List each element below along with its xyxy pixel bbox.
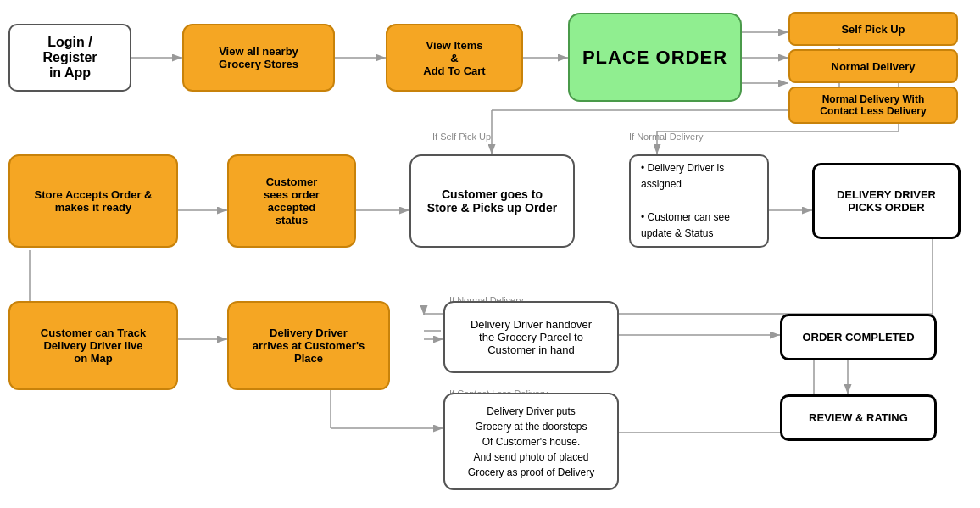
node-self-pickup: Self Pick Up xyxy=(788,12,958,46)
label-if-self-pickup: If Self Pick Up xyxy=(432,131,491,142)
node-customer-picks-up: Customer goes to Store & Picks up Order xyxy=(409,154,575,248)
order-completed-label: ORDER COMPLETED xyxy=(802,331,914,343)
node-handover: Delivery Driver handover the Grocery Par… xyxy=(443,301,619,373)
node-customer-track: Customer can Track Delivery Driver live … xyxy=(8,301,178,390)
flowchart: Login / Register in App View all nearby … xyxy=(0,0,980,508)
customer-track-label: Customer can Track Delivery Driver live … xyxy=(41,327,146,365)
node-delivery-driver-assigned: • Delivery Driver is assigned • Customer… xyxy=(629,154,769,248)
node-store-accepts: Store Accepts Order & makes it ready xyxy=(8,154,178,248)
node-view-items: View Items & Add To Cart xyxy=(386,24,523,92)
node-order-completed: ORDER COMPLETED xyxy=(780,314,937,360)
node-login: Login / Register in App xyxy=(8,24,131,92)
login-label: Login / Register in App xyxy=(42,35,97,81)
review-rating-label: REVIEW & RATING xyxy=(809,411,908,424)
nearby-stores-label: View all nearby Grocery Stores xyxy=(219,45,298,70)
driver-puts-doorstep-label: Delivery Driver puts Grocery at the door… xyxy=(468,404,594,480)
node-delivery-driver-picks: DELIVERY DRIVER PICKS ORDER xyxy=(812,163,961,239)
node-normal-delivery-contactless: Normal Delivery With Contact Less Delive… xyxy=(788,87,958,124)
label-if-normal-delivery-1: If Normal Delivery xyxy=(629,131,703,142)
normal-delivery-label: Normal Delivery xyxy=(832,60,916,73)
node-driver-arrives: Delivery Driver arrives at Customer's Pl… xyxy=(227,301,390,390)
delivery-driver-assigned-label: • Delivery Driver is assigned • Customer… xyxy=(641,160,730,242)
handover-label: Delivery Driver handover the Grocery Par… xyxy=(471,318,592,356)
self-pickup-label: Self Pick Up xyxy=(841,23,905,36)
customer-sees-status-label: Customer sees order accepted status xyxy=(264,176,320,226)
normal-delivery-contactless-label: Normal Delivery With Contact Less Delive… xyxy=(820,93,926,117)
driver-arrives-label: Delivery Driver arrives at Customer's Pl… xyxy=(253,327,365,365)
node-nearby-stores: View all nearby Grocery Stores xyxy=(182,24,335,92)
node-normal-delivery: Normal Delivery xyxy=(788,49,958,83)
node-customer-sees-status: Customer sees order accepted status xyxy=(227,154,356,248)
store-accepts-label: Store Accepts Order & makes it ready xyxy=(35,188,153,214)
delivery-driver-picks-label: DELIVERY DRIVER PICKS ORDER xyxy=(837,188,936,214)
place-order-label: PLACE ORDER xyxy=(582,47,727,69)
node-place-order: PLACE ORDER xyxy=(568,13,742,102)
node-driver-puts-doorstep: Delivery Driver puts Grocery at the door… xyxy=(443,393,619,490)
customer-picks-up-label: Customer goes to Store & Picks up Order xyxy=(427,187,557,215)
view-items-label: View Items & Add To Cart xyxy=(423,39,485,77)
node-review-rating: REVIEW & RATING xyxy=(780,394,937,441)
